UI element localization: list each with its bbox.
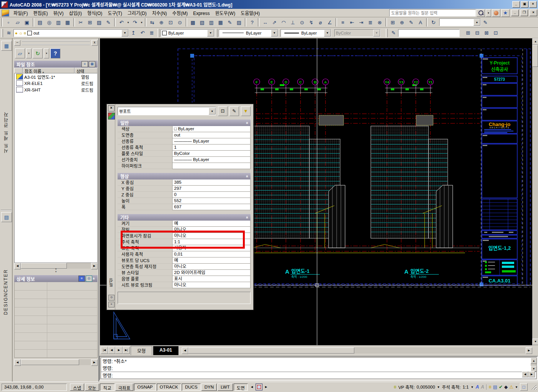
toggle-pickadd-button[interactable]: ⊡ bbox=[218, 106, 227, 116]
status-toggle-button[interactable]: 스냅 bbox=[70, 384, 84, 391]
dim-ordinate-button[interactable]: ⊥ bbox=[288, 18, 297, 27]
menu-item[interactable]: 형식(O) bbox=[85, 10, 105, 17]
designcenter-tab-button[interactable]: ▤ bbox=[1, 212, 12, 222]
palette-grab-bar[interactable] bbox=[22, 41, 90, 45]
menu-item[interactable]: 뷰(V) bbox=[50, 10, 66, 17]
maximize-button[interactable]: ▣ bbox=[521, 1, 528, 8]
help-search-input[interactable] bbox=[389, 9, 476, 17]
viewport-new-button[interactable]: ⊞ bbox=[463, 28, 473, 38]
dim-angular-button[interactable]: ∠ bbox=[325, 18, 334, 27]
scroll-left-button[interactable]: ◀ bbox=[14, 359, 21, 366]
status-toggle-button[interactable]: DUCS bbox=[182, 384, 201, 391]
make-object-layer-current-button[interactable]: ↥ bbox=[129, 28, 138, 38]
designcenter-tab-label[interactable]: DESIGNCENTER bbox=[3, 269, 8, 315]
doc-restore-button[interactable]: ❒ bbox=[520, 10, 528, 16]
property-row[interactable]: 뷰 스타일 2D 와이어프레임 bbox=[118, 270, 251, 276]
undo-dropdown[interactable]: ▾ bbox=[126, 18, 130, 27]
quick-dimension-button[interactable]: ≡ bbox=[338, 18, 347, 27]
tolerance-button[interactable]: ⊞ bbox=[388, 18, 397, 27]
icon-column-header[interactable] bbox=[14, 68, 23, 73]
collapse-chevron-icon[interactable]: » bbox=[244, 175, 249, 177]
property-value[interactable] bbox=[172, 163, 251, 169]
refresh-dropdown[interactable]: ▾ bbox=[44, 48, 49, 58]
menu-item[interactable]: 파일(F) bbox=[11, 10, 30, 17]
property-value[interactable]: 2D 와이어프레임 bbox=[172, 270, 251, 276]
open-file-button[interactable]: ▱ bbox=[13, 18, 22, 27]
toolbar-handle[interactable] bbox=[1, 29, 3, 37]
property-value[interactable]: 552 bbox=[172, 198, 251, 204]
layer-combo[interactable]: ● ☼ ¤ out ▼ bbox=[13, 29, 129, 37]
chevron-down-icon[interactable]: ▼ bbox=[473, 19, 480, 26]
match-properties-button[interactable]: ✎ bbox=[104, 18, 113, 27]
scroll-thumb[interactable] bbox=[532, 45, 538, 67]
resize-grip[interactable] bbox=[531, 384, 536, 390]
layout-tab[interactable]: A3-01 bbox=[153, 346, 179, 355]
dim-baseline-button[interactable]: ⇤ bbox=[347, 18, 357, 27]
menu-item[interactable]: 삽입(I) bbox=[66, 10, 85, 17]
help-search-dropdown[interactable]: ▾ bbox=[486, 9, 491, 17]
close-button[interactable]: × bbox=[529, 1, 537, 8]
drawing-horizontal-scrollbar[interactable]: ◀ ▶ bbox=[182, 347, 532, 354]
help-button[interactable]: ? bbox=[247, 18, 257, 27]
named-view-combo[interactable] bbox=[398, 29, 460, 37]
zoom-previous-button[interactable]: ⊙ bbox=[175, 18, 184, 27]
file-references-header[interactable]: 파일 참조 ≡ ▦ bbox=[14, 61, 98, 68]
property-value[interactable]: 0,01 bbox=[172, 251, 251, 257]
scroll-left-button[interactable]: ◀ bbox=[182, 347, 188, 354]
annotation-autoscale-icon[interactable]: A bbox=[481, 384, 484, 390]
xref-row[interactable]: A3-01 입면도-1* 열림 bbox=[15, 73, 97, 80]
menu-item[interactable]: 도구(T) bbox=[105, 10, 125, 17]
redo-button[interactable]: ↷ bbox=[130, 18, 139, 27]
coordinate-display[interactable]: 343,08, 19,68 , 0,00 bbox=[2, 384, 67, 391]
paste-button[interactable]: ▨ bbox=[95, 18, 104, 27]
quick-select-button[interactable]: ▼ bbox=[241, 106, 251, 116]
status-toggle-button[interactable]: 도면 bbox=[234, 384, 248, 391]
tray-clipboard-icon[interactable]: ▤ bbox=[493, 384, 497, 390]
chevron-down-icon[interactable]: ▼ bbox=[437, 385, 440, 389]
layout-tab[interactable]: 모형 bbox=[131, 346, 152, 355]
layer-previous-button[interactable]: ↶ bbox=[138, 28, 147, 38]
attach-reference-button[interactable]: ▱ bbox=[15, 48, 25, 58]
scroll-left-button[interactable]: ◀ bbox=[522, 371, 528, 377]
publish-button[interactable]: ▥ bbox=[54, 18, 63, 27]
scroll-right-button[interactable]: ▶ bbox=[528, 371, 535, 377]
dim-break-button[interactable]: ⊗ bbox=[375, 18, 384, 27]
doc-close-button[interactable]: × bbox=[530, 10, 537, 16]
property-value[interactable]: ByColor bbox=[172, 151, 251, 157]
menu-item[interactable]: 수정(M) bbox=[169, 10, 190, 17]
minimize-button[interactable]: _ bbox=[512, 1, 520, 8]
separator[interactable] bbox=[186, 18, 187, 27]
property-row[interactable]: 뷰포트 당 UCS 예 bbox=[118, 257, 251, 264]
status-toggle-button[interactable]: DYN bbox=[201, 384, 217, 391]
favorites-button[interactable]: ★ bbox=[501, 9, 510, 17]
sheet-set-manager-button[interactable]: ▦ bbox=[216, 18, 225, 27]
scroll-right-button[interactable]: ▶ bbox=[91, 359, 98, 366]
dim-space-button[interactable]: ≣ bbox=[366, 18, 375, 27]
viewport-grip[interactable] bbox=[480, 54, 483, 58]
palette-side-bar[interactable]: × 특성 ⊙ ≡ bbox=[107, 104, 115, 310]
chevron-down-icon[interactable]: ▼ bbox=[207, 30, 214, 37]
prev-viewport-button[interactable]: ◀ bbox=[249, 384, 255, 390]
maximize-viewport-button[interactable] bbox=[256, 384, 262, 390]
property-row[interactable]: 선가중치 ———— ByLayer bbox=[118, 157, 251, 163]
markup-set-manager-button[interactable]: ✎ bbox=[225, 18, 234, 27]
chevron-down-icon[interactable]: ▼ bbox=[271, 30, 278, 37]
view-manager-button[interactable]: ✎ bbox=[389, 28, 398, 38]
sheet-set-manager-tab-button[interactable]: ▦ bbox=[1, 41, 12, 51]
property-row[interactable]: 시트 뷰로 링크됨 아니오 bbox=[118, 282, 251, 288]
property-row[interactable]: Z 중심 0 bbox=[118, 192, 251, 198]
details-header[interactable]: 상세 정보 ≡ ◎ » bbox=[14, 275, 98, 282]
property-row[interactable]: 선종류 ———— ByLayer bbox=[118, 138, 251, 145]
menu-item[interactable]: 편집(E) bbox=[30, 10, 50, 17]
xref-row[interactable]: XR-SHT 로드됨 bbox=[15, 86, 97, 93]
separator[interactable] bbox=[258, 18, 259, 27]
new-file-button[interactable]: ▫ bbox=[4, 18, 13, 27]
collapse-chevron-icon[interactable]: » bbox=[244, 216, 249, 218]
layer-states-manager-button[interactable]: ≣ bbox=[147, 28, 156, 38]
separator[interactable] bbox=[245, 18, 246, 27]
menu-item[interactable]: Express bbox=[190, 10, 212, 17]
last-tab-button[interactable]: ▶| bbox=[123, 347, 130, 354]
details-view-button[interactable]: ≡ bbox=[78, 276, 85, 282]
list-view-button[interactable]: ≡ bbox=[81, 61, 88, 67]
status-toggle-button[interactable]: 극좌표 bbox=[115, 384, 134, 391]
